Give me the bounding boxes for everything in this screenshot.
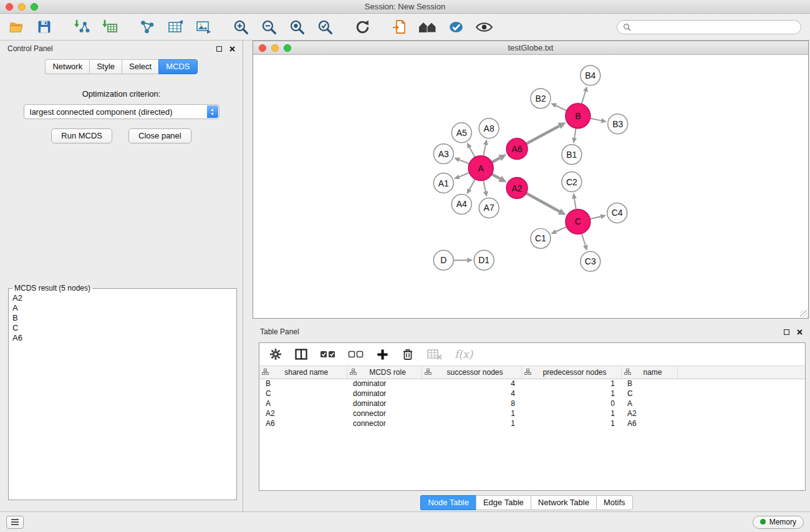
network-edge[interactable] [526,193,559,211]
network-node[interactable]: B [566,104,591,128]
mcds-result-item[interactable]: A [12,303,233,313]
table-cell[interactable]: A6 [621,418,677,428]
close-window-button[interactable] [6,3,13,11]
zoom-out-button[interactable] [259,17,279,37]
mcds-result-item[interactable]: A6 [12,333,233,343]
table-cell[interactable]: 8 [422,399,521,409]
document-exchange-button[interactable] [390,17,410,37]
resize-grip[interactable] [800,310,808,317]
table-cell[interactable]: 1 [422,418,521,428]
table-cell[interactable]: 1 [521,379,621,389]
network-edge[interactable] [459,160,469,163]
search-input[interactable] [634,22,795,32]
show-columns-button[interactable] [294,347,308,361]
open-file-button[interactable] [6,17,26,37]
table-cell[interactable]: 0 [521,399,621,409]
table-cell[interactable]: A [259,399,347,409]
mcds-result-item[interactable]: A2 [12,293,233,303]
table-cell[interactable]: A6 [259,418,347,428]
network-edge[interactable] [526,126,559,144]
table-cell[interactable]: C [621,389,677,399]
network-edge[interactable] [590,216,600,219]
network-node[interactable]: C1 [531,228,551,248]
table-cell[interactable]: 4 [422,379,521,389]
table-cell[interactable]: B [621,379,677,389]
column-header[interactable]: predecessor nodes [521,366,621,379]
add-row-button[interactable] [376,348,389,361]
network-edge[interactable] [556,227,567,232]
table-row[interactable]: Cdominator41C [259,389,805,399]
new-network-button[interactable] [137,17,157,37]
tab-edge-table[interactable]: Edge Table [476,495,531,510]
table-cell[interactable]: 1 [521,409,621,418]
network-node[interactable]: A1 [433,173,453,193]
network-edge[interactable] [492,158,500,162]
tab-style[interactable]: Style [89,59,122,74]
optimization-dropdown[interactable]: largest connected component (directed) ▲… [24,104,219,119]
table-row[interactable]: Bdominator41B [259,379,805,389]
network-node[interactable]: C4 [607,203,627,223]
import-network-button[interactable] [72,17,92,37]
network-close-button[interactable] [259,44,266,52]
table-cell[interactable]: A [621,399,677,409]
table-cell[interactable]: 1 [422,409,521,418]
select-all-button[interactable] [320,348,336,360]
column-header[interactable]: name [621,366,677,379]
network-node[interactable]: A6 [506,138,528,160]
network-edge[interactable] [582,92,586,104]
network-node[interactable]: A7 [479,198,499,218]
zoom-selected-button[interactable] [315,17,335,37]
network-node[interactable]: B4 [581,65,600,85]
network-node[interactable]: D [433,250,453,270]
network-node[interactable]: B3 [608,114,628,134]
network-node[interactable]: A4 [451,194,471,214]
network-node[interactable]: C3 [581,251,600,271]
table-cell[interactable]: connector [347,418,422,428]
import-table-button[interactable] [100,17,120,37]
close-panel-button[interactable]: Close panel [128,128,191,143]
mcds-result-item[interactable]: B [12,313,233,323]
table-cell[interactable]: 1 [521,389,621,399]
deselect-all-button[interactable] [348,348,364,360]
table-cell[interactable]: B [259,379,347,389]
export-image-button[interactable] [193,17,213,37]
network-node[interactable]: A8 [479,118,499,138]
save-session-button[interactable] [34,17,54,37]
network-canvas[interactable]: B4B2BB3A5A8A6B1A3AC2A1A2A4A7C4CC1C3DD1 [253,55,808,318]
check-badge-button[interactable] [446,17,466,37]
tab-network[interactable]: Network [45,59,89,74]
network-edge[interactable] [582,233,586,245]
table-cell[interactable]: dominator [347,379,422,389]
table-row[interactable]: A2connector11A2 [259,409,805,418]
network-edge[interactable] [483,145,486,156]
show-details-button[interactable] [474,17,494,37]
table-cell[interactable]: connector [347,409,422,418]
home-button[interactable] [418,17,438,37]
network-node[interactable]: B2 [531,89,551,109]
table-row[interactable]: Adominator80A [259,399,805,409]
network-node[interactable]: A [468,156,493,181]
tab-select[interactable]: Select [122,59,158,74]
table-cell[interactable]: A2 [259,409,347,418]
destroy-table-button[interactable] [427,347,443,361]
mcds-result-item[interactable]: C [12,323,233,333]
network-node[interactable]: D1 [474,250,494,270]
network-table-button[interactable] [165,17,185,37]
tab-mcds[interactable]: MCDS [158,59,197,74]
tab-node-table[interactable]: Node Table [420,495,476,510]
network-node[interactable]: A5 [451,123,471,143]
column-header[interactable]: successor nodes [422,366,521,379]
close-table-panel-icon[interactable] [797,329,803,335]
network-maximize-button[interactable] [284,44,291,52]
network-node[interactable]: A2 [506,178,528,199]
table-row[interactable]: A6connector11A6 [259,418,805,428]
network-edge[interactable] [574,128,576,138]
network-node[interactable]: C2 [562,172,582,192]
table-cell[interactable]: 4 [422,389,521,399]
task-history-button[interactable] [6,516,24,529]
function-builder-button[interactable]: f(x) [455,348,473,360]
network-edge[interactable] [483,180,486,191]
network-edge[interactable] [574,198,576,210]
network-edge[interactable] [556,105,566,110]
table-cell[interactable]: C [259,389,347,399]
